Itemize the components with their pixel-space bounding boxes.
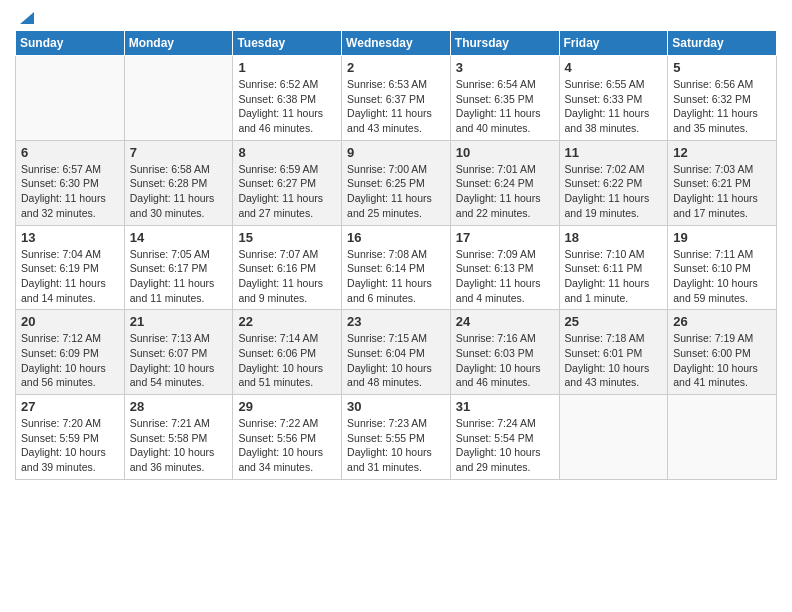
day-detail: Sunrise: 7:24 AM Sunset: 5:54 PM Dayligh… (456, 416, 554, 475)
day-detail: Sunrise: 7:05 AM Sunset: 6:17 PM Dayligh… (130, 247, 228, 306)
calendar-day-cell: 16Sunrise: 7:08 AM Sunset: 6:14 PM Dayli… (342, 225, 451, 310)
svg-marker-0 (20, 12, 34, 24)
day-detail: Sunrise: 7:07 AM Sunset: 6:16 PM Dayligh… (238, 247, 336, 306)
calendar-day-cell: 14Sunrise: 7:05 AM Sunset: 6:17 PM Dayli… (124, 225, 233, 310)
day-detail: Sunrise: 7:16 AM Sunset: 6:03 PM Dayligh… (456, 331, 554, 390)
day-number: 2 (347, 60, 445, 75)
day-detail: Sunrise: 7:22 AM Sunset: 5:56 PM Dayligh… (238, 416, 336, 475)
day-detail: Sunrise: 7:11 AM Sunset: 6:10 PM Dayligh… (673, 247, 771, 306)
logo-triangle-icon (16, 8, 34, 26)
day-number: 23 (347, 314, 445, 329)
day-number: 31 (456, 399, 554, 414)
day-number: 4 (565, 60, 663, 75)
day-detail: Sunrise: 7:21 AM Sunset: 5:58 PM Dayligh… (130, 416, 228, 475)
calendar-week-row: 1Sunrise: 6:52 AM Sunset: 6:38 PM Daylig… (16, 56, 777, 141)
calendar-day-header: Wednesday (342, 31, 451, 56)
calendar-day-cell: 25Sunrise: 7:18 AM Sunset: 6:01 PM Dayli… (559, 310, 668, 395)
day-number: 30 (347, 399, 445, 414)
calendar-day-cell (16, 56, 125, 141)
calendar-day-cell: 23Sunrise: 7:15 AM Sunset: 6:04 PM Dayli… (342, 310, 451, 395)
day-detail: Sunrise: 7:12 AM Sunset: 6:09 PM Dayligh… (21, 331, 119, 390)
day-number: 5 (673, 60, 771, 75)
day-detail: Sunrise: 6:56 AM Sunset: 6:32 PM Dayligh… (673, 77, 771, 136)
calendar-day-cell: 11Sunrise: 7:02 AM Sunset: 6:22 PM Dayli… (559, 140, 668, 225)
day-number: 24 (456, 314, 554, 329)
day-number: 19 (673, 230, 771, 245)
calendar-day-cell: 28Sunrise: 7:21 AM Sunset: 5:58 PM Dayli… (124, 395, 233, 480)
calendar-day-cell: 4Sunrise: 6:55 AM Sunset: 6:33 PM Daylig… (559, 56, 668, 141)
calendar-day-header: Tuesday (233, 31, 342, 56)
calendar-day-cell: 22Sunrise: 7:14 AM Sunset: 6:06 PM Dayli… (233, 310, 342, 395)
calendar-day-cell: 27Sunrise: 7:20 AM Sunset: 5:59 PM Dayli… (16, 395, 125, 480)
calendar-day-cell: 26Sunrise: 7:19 AM Sunset: 6:00 PM Dayli… (668, 310, 777, 395)
calendar-day-cell: 2Sunrise: 6:53 AM Sunset: 6:37 PM Daylig… (342, 56, 451, 141)
day-number: 11 (565, 145, 663, 160)
day-number: 25 (565, 314, 663, 329)
day-detail: Sunrise: 7:23 AM Sunset: 5:55 PM Dayligh… (347, 416, 445, 475)
calendar-day-cell: 29Sunrise: 7:22 AM Sunset: 5:56 PM Dayli… (233, 395, 342, 480)
calendar-day-header: Thursday (450, 31, 559, 56)
day-detail: Sunrise: 7:04 AM Sunset: 6:19 PM Dayligh… (21, 247, 119, 306)
day-detail: Sunrise: 7:09 AM Sunset: 6:13 PM Dayligh… (456, 247, 554, 306)
day-number: 3 (456, 60, 554, 75)
day-number: 14 (130, 230, 228, 245)
day-number: 22 (238, 314, 336, 329)
calendar-day-cell (559, 395, 668, 480)
calendar-day-cell: 1Sunrise: 6:52 AM Sunset: 6:38 PM Daylig… (233, 56, 342, 141)
day-number: 15 (238, 230, 336, 245)
calendar-table: SundayMondayTuesdayWednesdayThursdayFrid… (15, 30, 777, 480)
day-detail: Sunrise: 6:57 AM Sunset: 6:30 PM Dayligh… (21, 162, 119, 221)
day-number: 16 (347, 230, 445, 245)
calendar-week-row: 20Sunrise: 7:12 AM Sunset: 6:09 PM Dayli… (16, 310, 777, 395)
calendar-day-cell (668, 395, 777, 480)
calendar-day-header: Saturday (668, 31, 777, 56)
day-number: 28 (130, 399, 228, 414)
day-detail: Sunrise: 6:54 AM Sunset: 6:35 PM Dayligh… (456, 77, 554, 136)
day-detail: Sunrise: 6:59 AM Sunset: 6:27 PM Dayligh… (238, 162, 336, 221)
calendar-day-cell: 10Sunrise: 7:01 AM Sunset: 6:24 PM Dayli… (450, 140, 559, 225)
page-header (15, 10, 777, 22)
day-number: 8 (238, 145, 336, 160)
day-number: 27 (21, 399, 119, 414)
calendar-week-row: 27Sunrise: 7:20 AM Sunset: 5:59 PM Dayli… (16, 395, 777, 480)
day-number: 10 (456, 145, 554, 160)
day-number: 18 (565, 230, 663, 245)
day-number: 7 (130, 145, 228, 160)
calendar-day-cell: 21Sunrise: 7:13 AM Sunset: 6:07 PM Dayli… (124, 310, 233, 395)
day-detail: Sunrise: 7:01 AM Sunset: 6:24 PM Dayligh… (456, 162, 554, 221)
day-detail: Sunrise: 7:10 AM Sunset: 6:11 PM Dayligh… (565, 247, 663, 306)
calendar-day-cell: 12Sunrise: 7:03 AM Sunset: 6:21 PM Dayli… (668, 140, 777, 225)
day-detail: Sunrise: 7:03 AM Sunset: 6:21 PM Dayligh… (673, 162, 771, 221)
day-number: 6 (21, 145, 119, 160)
calendar-week-row: 6Sunrise: 6:57 AM Sunset: 6:30 PM Daylig… (16, 140, 777, 225)
day-detail: Sunrise: 7:15 AM Sunset: 6:04 PM Dayligh… (347, 331, 445, 390)
day-number: 29 (238, 399, 336, 414)
logo (15, 10, 34, 22)
calendar-day-cell: 30Sunrise: 7:23 AM Sunset: 5:55 PM Dayli… (342, 395, 451, 480)
day-detail: Sunrise: 7:19 AM Sunset: 6:00 PM Dayligh… (673, 331, 771, 390)
day-detail: Sunrise: 7:20 AM Sunset: 5:59 PM Dayligh… (21, 416, 119, 475)
day-number: 9 (347, 145, 445, 160)
calendar-day-cell: 9Sunrise: 7:00 AM Sunset: 6:25 PM Daylig… (342, 140, 451, 225)
day-detail: Sunrise: 7:08 AM Sunset: 6:14 PM Dayligh… (347, 247, 445, 306)
day-detail: Sunrise: 7:00 AM Sunset: 6:25 PM Dayligh… (347, 162, 445, 221)
calendar-header-row: SundayMondayTuesdayWednesdayThursdayFrid… (16, 31, 777, 56)
day-detail: Sunrise: 7:13 AM Sunset: 6:07 PM Dayligh… (130, 331, 228, 390)
day-detail: Sunrise: 6:53 AM Sunset: 6:37 PM Dayligh… (347, 77, 445, 136)
calendar-day-cell: 20Sunrise: 7:12 AM Sunset: 6:09 PM Dayli… (16, 310, 125, 395)
calendar-day-cell: 13Sunrise: 7:04 AM Sunset: 6:19 PM Dayli… (16, 225, 125, 310)
day-number: 20 (21, 314, 119, 329)
calendar-day-header: Sunday (16, 31, 125, 56)
calendar-day-cell: 8Sunrise: 6:59 AM Sunset: 6:27 PM Daylig… (233, 140, 342, 225)
day-number: 12 (673, 145, 771, 160)
calendar-day-cell: 15Sunrise: 7:07 AM Sunset: 6:16 PM Dayli… (233, 225, 342, 310)
calendar-week-row: 13Sunrise: 7:04 AM Sunset: 6:19 PM Dayli… (16, 225, 777, 310)
calendar-day-cell: 7Sunrise: 6:58 AM Sunset: 6:28 PM Daylig… (124, 140, 233, 225)
day-detail: Sunrise: 7:14 AM Sunset: 6:06 PM Dayligh… (238, 331, 336, 390)
calendar-day-cell: 17Sunrise: 7:09 AM Sunset: 6:13 PM Dayli… (450, 225, 559, 310)
calendar-day-cell: 3Sunrise: 6:54 AM Sunset: 6:35 PM Daylig… (450, 56, 559, 141)
day-detail: Sunrise: 6:52 AM Sunset: 6:38 PM Dayligh… (238, 77, 336, 136)
day-detail: Sunrise: 6:58 AM Sunset: 6:28 PM Dayligh… (130, 162, 228, 221)
calendar-day-cell: 19Sunrise: 7:11 AM Sunset: 6:10 PM Dayli… (668, 225, 777, 310)
calendar-day-header: Monday (124, 31, 233, 56)
